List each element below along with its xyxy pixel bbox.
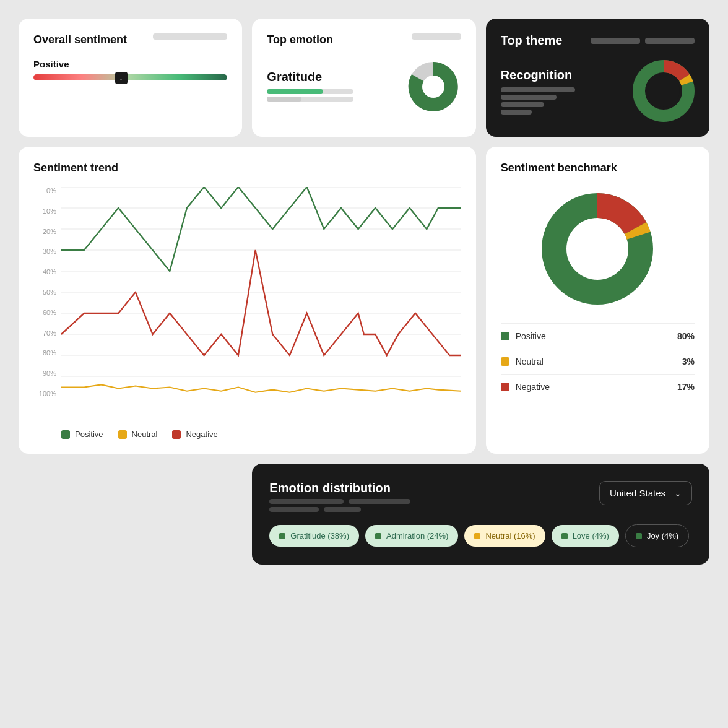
emotion-content: Gratitude xyxy=(267,59,461,115)
pill-joy[interactable]: Joy (4%) xyxy=(625,524,689,547)
sentiment-trend-title: Sentiment trend xyxy=(33,162,118,175)
pill-love[interactable]: Love (4%) xyxy=(552,525,619,547)
emotion-bar-2 xyxy=(267,97,353,102)
y-label-40: 40% xyxy=(33,268,61,275)
chevron-down-icon: ⌄ xyxy=(674,488,682,498)
theme-content: Recognition xyxy=(501,60,695,122)
country-select[interactable]: United States ⌄ xyxy=(599,481,692,505)
pill-gratitiude[interactable]: Gratitiude (38%) xyxy=(269,525,359,547)
emotion-dist-title: Emotion distribution xyxy=(269,481,410,495)
pill-dot-gratitiude xyxy=(279,533,285,539)
y-label-80: 80% xyxy=(33,349,61,357)
top-theme-title: Top theme xyxy=(501,33,563,48)
gradient-bar-container: ↓ xyxy=(33,74,227,80)
svg-point-20 xyxy=(569,220,626,277)
emotion-dist-left: Emotion distribution xyxy=(269,481,410,512)
pill-dot-admiration xyxy=(375,533,381,539)
overall-sentiment-placeholder xyxy=(153,33,227,40)
top-emotion-card: Top emotion Gratitude xyxy=(252,19,475,137)
svg-point-1 xyxy=(422,76,444,98)
trend-chart-area: 100% 90% 80% 70% 60% 50% 40% 30% 20% 10%… xyxy=(33,187,461,422)
legend-label-positive: Positive xyxy=(75,430,103,439)
benchmark-legend-left-negative: Negative xyxy=(501,382,550,392)
sentiment-label: Positive xyxy=(33,59,227,69)
benchmark-legend-neutral: Neutral 3% xyxy=(501,357,695,366)
pill-dot-joy xyxy=(636,533,642,539)
pill-neutral[interactable]: Neutral (16%) xyxy=(464,525,545,547)
country-label: United States xyxy=(610,488,665,498)
y-label-30: 30% xyxy=(33,248,61,255)
y-label-20: 20% xyxy=(33,228,61,235)
overall-sentiment-card: Overall sentiment Positive ↓ xyxy=(19,19,242,137)
gradient-marker-icon: ↓ xyxy=(119,75,123,82)
legend-negative: Negative xyxy=(172,430,217,439)
emotion-pills: Gratitiude (38%) Admiration (24%) Neutra… xyxy=(269,524,692,547)
y-label-0: 0% xyxy=(33,187,61,194)
legend-neutral: Neutral xyxy=(118,430,158,439)
emotion-distribution-card: Emotion distribution United States ⌄ xyxy=(252,464,709,565)
emotion-name: Gratitude xyxy=(267,70,353,84)
benchmark-pct-positive: 80% xyxy=(677,331,695,341)
legend-dot-negative xyxy=(172,430,181,439)
legend-label-neutral: Neutral xyxy=(132,430,158,439)
benchmark-legend: Positive 80% Neutral 3% Negative 17% xyxy=(501,323,695,392)
top-theme-header: Top theme xyxy=(501,33,695,48)
y-labels: 100% 90% 80% 70% 60% 50% 40% 30% 20% 10%… xyxy=(33,187,61,397)
emotion-left: Gratitude xyxy=(267,70,353,104)
pill-dot-love xyxy=(561,533,568,539)
pill-label-admiration: Admiration (24%) xyxy=(386,531,448,540)
pill-label-gratitiude: Gratitiude (38%) xyxy=(290,531,349,540)
theme-name: Recognition xyxy=(501,68,575,82)
divider-1 xyxy=(501,323,695,324)
benchmark-label-negative: Negative xyxy=(516,382,550,392)
benchmark-label-neutral: Neutral xyxy=(516,357,544,366)
chart-svg-container xyxy=(61,187,461,397)
y-label-90: 90% xyxy=(33,370,61,377)
emotion-dist-sub-bars xyxy=(269,499,410,512)
benchmark-donut-svg xyxy=(535,187,659,311)
bottom-spacer xyxy=(19,464,242,565)
pill-label-neutral: Neutral (16%) xyxy=(485,531,535,540)
theme-placeholder-group xyxy=(591,38,695,44)
benchmark-legend-left-positive: Positive xyxy=(501,331,546,341)
benchmark-dot-neutral xyxy=(501,357,509,366)
y-label-100: 100% xyxy=(33,390,61,397)
benchmark-donut-container xyxy=(501,187,695,311)
legend-dot-neutral xyxy=(118,430,127,439)
benchmark-legend-negative: Negative 17% xyxy=(501,382,695,392)
theme-left: Recognition xyxy=(501,68,575,115)
divider-2 xyxy=(501,349,695,349)
legend-label-negative: Negative xyxy=(186,430,217,439)
benchmark-pct-negative: 17% xyxy=(677,382,695,392)
pill-label-joy: Joy (4%) xyxy=(647,531,678,540)
top-theme-card: Top theme Recognition xyxy=(486,19,709,137)
emotion-bar-1 xyxy=(267,89,353,94)
y-label-50: 50% xyxy=(33,288,61,296)
pill-admiration[interactable]: Admiration (24%) xyxy=(365,525,458,547)
gradient-bar xyxy=(33,74,227,80)
top-emotion-pie xyxy=(405,59,461,115)
benchmark-dot-positive xyxy=(501,332,509,340)
trend-legend: Positive Neutral Negative xyxy=(33,430,461,439)
benchmark-legend-positive: Positive 80% xyxy=(501,331,695,341)
trend-chart-svg xyxy=(61,187,461,397)
top-emotion-placeholder xyxy=(412,33,461,40)
sentiment-benchmark-title: Sentiment benchmark xyxy=(501,162,617,175)
legend-positive: Positive xyxy=(61,430,103,439)
pill-label-love: Love (4%) xyxy=(573,531,609,540)
top-theme-donut xyxy=(633,60,695,122)
gradient-marker: ↓ xyxy=(115,72,128,84)
sentiment-trend-card: Sentiment trend 100% 90% 80% 70% 60% 50%… xyxy=(19,147,476,454)
benchmark-dot-negative xyxy=(501,383,509,391)
y-label-60: 60% xyxy=(33,309,61,316)
top-emotion-title: Top emotion xyxy=(267,33,333,46)
pill-dot-neutral xyxy=(474,533,480,539)
theme-sub-bars xyxy=(501,87,575,115)
y-label-70: 70% xyxy=(33,329,61,337)
benchmark-legend-left-neutral: Neutral xyxy=(501,357,544,366)
benchmark-pct-neutral: 3% xyxy=(682,357,695,366)
sentiment-benchmark-card: Sentiment benchmark Positive 80% xyxy=(486,147,709,454)
overall-sentiment-title: Overall sentiment xyxy=(33,33,127,46)
negative-trend-line xyxy=(61,250,461,355)
svg-point-5 xyxy=(648,75,680,107)
